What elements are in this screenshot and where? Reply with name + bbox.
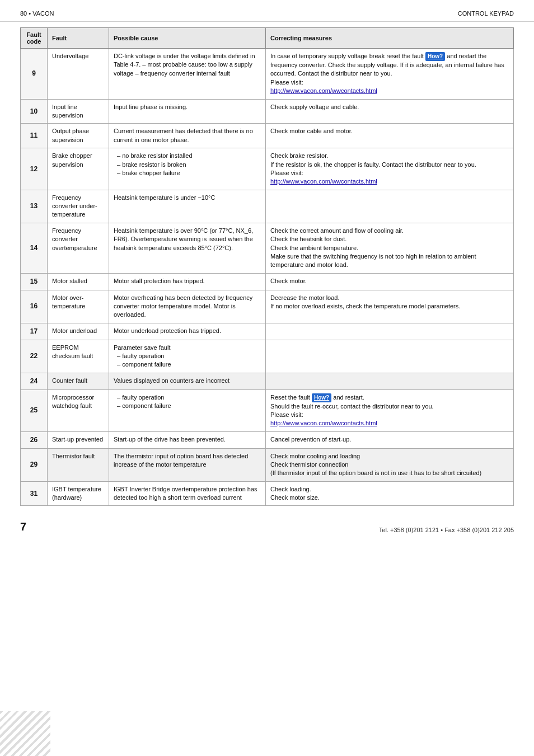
table-row: 15Motor stalledMotor stall protection ha… (21, 273, 514, 290)
measures-cell (266, 323, 514, 340)
header-right: CONTROL KEYPAD (458, 10, 514, 17)
url-link[interactable]: http://www.vacon.com/wwcontacts.html (270, 87, 377, 94)
measures-cell: In case of temporary supply voltage brea… (266, 49, 514, 100)
fault-code-cell: 9 (21, 49, 48, 100)
table-row: 26Start-up preventedStart-up of the driv… (21, 431, 514, 448)
fault-code-cell: 13 (21, 190, 48, 223)
measures-cell: Check motor cable and motor. (266, 124, 514, 148)
cause-cell: The thermistor input of option board has… (109, 448, 266, 481)
how-badge[interactable]: How? (312, 393, 331, 402)
measures-cell: Reset the fault How? and restart.Should … (266, 389, 514, 431)
fault-code-cell: 24 (21, 373, 48, 389)
table-row: 11Output phase supervisionCurrent measur… (21, 124, 514, 148)
fault-name-cell: Frequency converter under-temperature (48, 190, 109, 223)
footer-contact: Tel. +358 (0)201 2121 • Fax +358 (0)201 … (379, 527, 514, 533)
table-row: 16Motor over-temperatureMotor overheatin… (21, 290, 514, 323)
header-left: 80 • VACON (20, 10, 54, 17)
fault-name-cell: Start-up prevented (48, 431, 109, 448)
fault-name-cell: Brake chopper supervision (48, 148, 109, 190)
cause-cell: Motor overheating has been detected by f… (109, 290, 266, 323)
url-link[interactable]: http://www.vacon.com/wwcontacts.html (270, 420, 377, 426)
measures-cell: Check supply voltage and cable. (266, 99, 514, 124)
cause-cell: Current measurement has detected that th… (109, 124, 266, 148)
fault-name-cell: Thermistor fault (48, 448, 109, 481)
cause-cell: IGBT Inverter Bridge overtemperature pro… (109, 481, 266, 506)
cause-cell: Input line phase is missing. (109, 99, 266, 124)
fault-name-cell: Frequency converter overtemperature (48, 223, 109, 273)
page-footer: 7 Tel. +358 (0)201 2121 • Fax +358 (0)20… (0, 511, 534, 539)
measures-cell (266, 373, 514, 389)
measures-cell: Decrease the motor load.If no motor over… (266, 290, 514, 323)
fault-code-cell: 15 (21, 273, 48, 290)
measures-cell: Check loading.Check motor size. (266, 481, 514, 506)
table-row: 25Microprocessor watchdog faultfaulty op… (21, 389, 514, 431)
measures-cell: Cancel prevention of start-up. (266, 431, 514, 448)
fault-name-cell: Input line supervision (48, 99, 109, 124)
col-fault-code: Faultcode (21, 28, 48, 49)
page-header: 80 • VACON CONTROL KEYPAD (0, 0, 534, 22)
cause-cell: Start-up of the drive has been prevented… (109, 431, 266, 448)
cause-cell: Parameter save faultfaulty operationcomp… (109, 340, 266, 373)
fault-code-cell: 31 (21, 481, 48, 506)
table-row: 24Counter faultValues displayed on count… (21, 373, 514, 389)
fault-code-cell: 16 (21, 290, 48, 323)
fault-code-cell: 22 (21, 340, 48, 373)
fault-code-cell: 25 (21, 389, 48, 431)
fault-code-cell: 11 (21, 124, 48, 148)
table-row: 29Thermistor faultThe thermistor input o… (21, 448, 514, 481)
fault-code-cell: 10 (21, 99, 48, 124)
fault-name-cell: Motor stalled (48, 273, 109, 290)
col-possible-cause: Possible cause (109, 28, 266, 49)
cause-cell: Values displayed on counters are incorre… (109, 373, 266, 389)
main-content: Faultcode Fault Possible cause Correctin… (0, 27, 534, 506)
fault-code-cell: 12 (21, 148, 48, 190)
measures-cell: Check motor cooling and loadingCheck the… (266, 448, 514, 481)
fault-table: Faultcode Fault Possible cause Correctin… (20, 27, 514, 506)
fault-code-cell: 14 (21, 223, 48, 273)
cause-cell: Heatsink temperature is over 90°C (or 77… (109, 223, 266, 273)
footer-decoration (0, 689, 50, 756)
measures-cell (266, 340, 514, 373)
measures-cell (266, 190, 514, 223)
table-row: 17Motor underloadMotor underload protect… (21, 323, 514, 340)
footer-page-number: 7 (20, 520, 26, 533)
cause-cell: Motor underload protection has tripped. (109, 323, 266, 340)
table-row: 22EEPROM checksum faultParameter save fa… (21, 340, 514, 373)
cause-cell: Heatsink temperature is under −10°C (109, 190, 266, 223)
cause-cell: no brake resistor installedbrake resisto… (109, 148, 266, 190)
how-badge[interactable]: How? (425, 52, 445, 61)
measures-cell: Check the correct amount and flow of coo… (266, 223, 514, 273)
cause-cell: DC-link voltage is under the voltage lim… (109, 49, 266, 100)
measures-cell: Check brake resistor.If the resistor is … (266, 148, 514, 190)
cause-cell: faulty operationcomponent failure (109, 389, 266, 431)
table-row: 10Input line supervisionInput line phase… (21, 99, 514, 124)
fault-name-cell: Microprocessor watchdog fault (48, 389, 109, 431)
url-link[interactable]: http://www.vacon.com/wwcontacts.html (270, 178, 377, 185)
fault-code-cell: 29 (21, 448, 48, 481)
fault-name-cell: EEPROM checksum fault (48, 340, 109, 373)
table-row: 31IGBT temperature (hardware)IGBT Invert… (21, 481, 514, 506)
fault-code-cell: 26 (21, 431, 48, 448)
fault-name-cell: Counter fault (48, 373, 109, 389)
fault-name-cell: Motor underload (48, 323, 109, 340)
cause-cell: Motor stall protection has tripped. (109, 273, 266, 290)
measures-cell: Check motor. (266, 273, 514, 290)
table-row: 12Brake chopper supervisionno brake resi… (21, 148, 514, 190)
col-correcting-measures: Correcting measures (266, 28, 514, 49)
fault-code-cell: 17 (21, 323, 48, 340)
fault-name-cell: Output phase supervision (48, 124, 109, 148)
col-fault: Fault (48, 28, 109, 49)
fault-name-cell: Undervoltage (48, 49, 109, 100)
fault-name-cell: Motor over-temperature (48, 290, 109, 323)
table-row: 13Frequency converter under-temperatureH… (21, 190, 514, 223)
fault-name-cell: IGBT temperature (hardware) (48, 481, 109, 506)
table-row: 14Frequency converter overtemperatureHea… (21, 223, 514, 273)
table-row: 9UndervoltageDC-link voltage is under th… (21, 49, 514, 100)
